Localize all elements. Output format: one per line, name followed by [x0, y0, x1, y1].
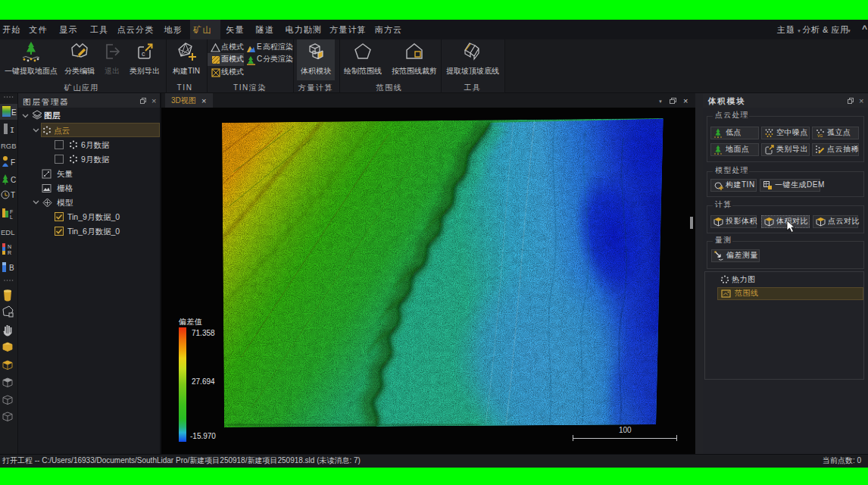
svg-text:RGB: RGB	[1, 142, 17, 150]
svg-text:F: F	[10, 209, 13, 214]
svg-text:VG: VG	[817, 133, 823, 138]
svg-text:C: C	[11, 176, 16, 184]
svg-text:B: B	[9, 264, 14, 272]
svg-text:I: I	[10, 127, 14, 135]
svg-text:R: R	[8, 250, 11, 255]
svg-text:N: N	[8, 244, 11, 249]
svg-text:F: F	[11, 158, 15, 167]
svg-text:c: c	[142, 50, 145, 58]
svg-text:T: T	[11, 191, 15, 199]
svg-text:L: L	[10, 214, 13, 220]
svg-text:EDL: EDL	[1, 228, 14, 236]
svg-text:E: E	[11, 108, 17, 117]
